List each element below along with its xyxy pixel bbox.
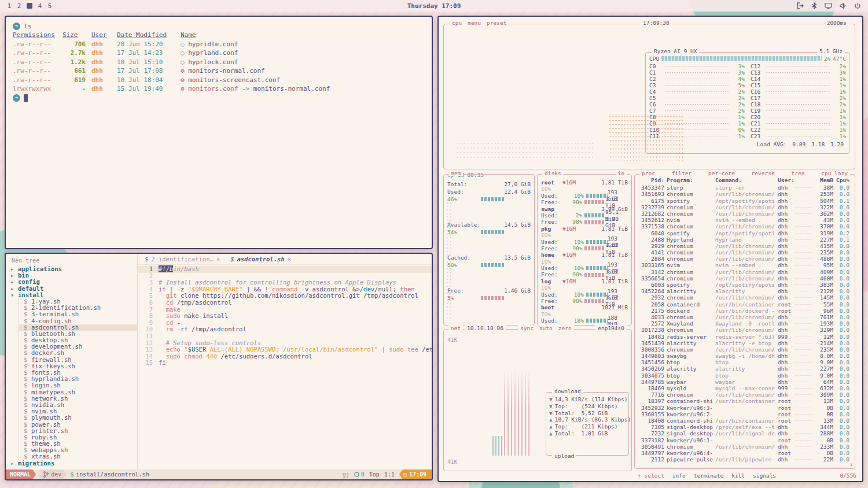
io-toggle[interactable]: io (616, 170, 627, 176)
process-row[interactable]: 3452612 nvim nvim --embed . dhh 43M 0.0 (635, 217, 855, 223)
tree-item[interactable]: $ login.sh (19, 382, 137, 389)
tree-item[interactable]: $ xtras.sh (19, 453, 137, 460)
toolbar-button[interactable]: preset (487, 20, 506, 26)
net-button[interactable]: zero (558, 325, 572, 331)
process-row[interactable]: 3452932 kworker/u96:3-co root 0B 0.0 (635, 405, 855, 411)
process-row[interactable]: 18397 containerd-shim /usr/bin/container… (635, 398, 855, 404)
process-row[interactable]: 3371538 chromium /usr/lib/chromium/ dhh … (635, 223, 855, 230)
tab-close-icon[interactable]: × (216, 256, 220, 263)
bluetooth-icon[interactable] (811, 2, 817, 9)
editor-buffer[interactable]: 1 #!/bin/bash 2 3 # Install asdcontrol (138, 265, 432, 469)
process-row[interactable]: 3449797 kworker/u96:4-co root 0B 0.0 (635, 450, 855, 456)
mem-panel-title[interactable]: mem (448, 170, 463, 176)
tree-item[interactable]: $ docker.sh (19, 350, 137, 356)
process-row[interactable]: 7232 signal-desktop /usr/lib/signal-de d… (635, 430, 855, 437)
nvim-window[interactable]: Neo-tree ▸ applications ▸ bin ▸ (5, 253, 433, 480)
toolbar-button[interactable]: cpu (452, 20, 462, 26)
proc-button[interactable]: tree (791, 170, 804, 176)
process-row[interactable]: 3050491 chromium /usr/lib/chromium/ dhh … (635, 443, 855, 450)
stat-label: Used: (541, 291, 571, 298)
process-row[interactable]: 3212682 chromium /usr/lib/chromium/ dhh … (635, 210, 855, 217)
process-row[interactable]: 2175 dockerd /usr/bin/dockerd - root 96M… (635, 308, 855, 314)
process-row[interactable]: 3373182 kworker/u96:1-co root 0B 0.0 (635, 437, 855, 443)
proc-button[interactable]: cpu lazy (821, 170, 848, 176)
net-panel-title[interactable]: net (448, 325, 463, 331)
editor-tab[interactable]: $ asdcontrol.sh × (226, 254, 296, 264)
proc-cpu: 0.0 (836, 411, 849, 417)
process-row[interactable]: 3008356 chromium /usr/lib/chromium/ dhh … (635, 346, 855, 353)
process-row[interactable]: 3356654 chromium /usr/lib/chromium/ dhh … (635, 275, 855, 282)
tree-item[interactable]: ▾ install (10, 292, 137, 298)
process-row[interactable]: 2572 Xwayland Xwayland :0 -rootl dhh 193… (635, 320, 855, 327)
signals-button[interactable]: signals (753, 472, 776, 479)
kill-button[interactable]: kill (731, 472, 745, 479)
process-row[interactable]: 2932 chromium /usr/lib/chromium/ dhh 145… (635, 294, 855, 301)
process-row[interactable]: 3033165 nvim nvim --embed . dhh 95M 0.0 (635, 262, 855, 268)
col-command[interactable]: Command: (715, 177, 775, 183)
net-button[interactable]: auto (539, 325, 553, 331)
process-row[interactable]: 3452264 alacritty alacritty dhh 212M 0.0 (635, 288, 855, 294)
process-row[interactable]: 7716 chromium /usr/lib/chromium/ dhh 309… (635, 391, 855, 398)
tree-item[interactable]: $ power.sh (19, 422, 137, 428)
col-pid[interactable]: Pid: (638, 177, 664, 183)
display-icon[interactable] (825, 2, 832, 9)
disks-panel-title[interactable]: disks (542, 170, 564, 176)
proc-button[interactable]: proc (642, 170, 655, 176)
power-icon[interactable] (854, 2, 861, 9)
logout-icon[interactable] (797, 2, 804, 9)
tab-close-icon[interactable]: × (288, 256, 291, 263)
col-user[interactable]: User: (778, 177, 793, 183)
tree-item[interactable]: ▸ config (10, 279, 137, 285)
proc-button[interactable]: per-core (708, 170, 735, 176)
terminate-button[interactable]: terminate (694, 472, 723, 479)
process-row[interactable]: 4033 chromium /usr/lib/chromium/ dhh 701… (635, 314, 855, 320)
proc-button[interactable]: reverse (752, 170, 775, 176)
proc-button[interactable]: filter (672, 170, 692, 176)
terminal-window[interactable]: ➜ ls Permissions Size User Date Modified… (5, 16, 433, 249)
process-row[interactable]: 2884 chromium /usr/lib/chromium/ dhh 488… (635, 256, 855, 262)
process-row[interactable]: 3142 chromium /usr/lib/chromium/ dhh 409… (635, 269, 855, 275)
col-mem[interactable]: MemB (815, 177, 833, 183)
process-row[interactable]: 3360155 kworker/u96:2-gf root 0B 0.0 (635, 411, 855, 417)
process-row[interactable]: 3451693 chromium /usr/lib/chromium/ dhh … (635, 191, 855, 197)
process-row[interactable]: 2112 pipewire-pulse /usr/lib/pipewire- d… (635, 456, 855, 463)
process-row[interactable]: 6003 spotify /opt/spotify/spoti dhh 383M… (635, 282, 855, 288)
process-row[interactable]: 3017238 chromium /usr/lib/chromium/ dhh … (635, 327, 855, 333)
tree-item[interactable]: ▸ migrations (10, 460, 137, 467)
process-row[interactable]: 3232739 chromium /usr/lib/chromium/ dhh … (635, 204, 855, 210)
col-program[interactable]: Program: (667, 177, 713, 183)
tree-item[interactable]: ▸ applications (10, 266, 137, 272)
net-interface[interactable]: enp194s0 (595, 325, 627, 331)
col-cpu[interactable]: Cpu% (836, 177, 849, 183)
info-button[interactable]: info (672, 472, 686, 479)
process-row[interactable]: 3034075 btop btop dhh 9.0M 0.0 (635, 372, 855, 379)
volume-icon[interactable] (840, 2, 847, 9)
process-row[interactable]: 7305 signal-desktop /proc/self/exe --t d… (635, 424, 855, 430)
select-button[interactable]: ↑ select (638, 472, 664, 479)
process-row[interactable]: 3450269 alacritty alacritty dhh 227M 0.0 (635, 365, 855, 372)
process-row[interactable]: 2929 chromium /usr/lib/chromium/ dhh 415… (635, 243, 855, 249)
refresh-interval[interactable]: 2000ms (825, 20, 849, 26)
process-row[interactable]: 4141 chromium /usr/lib/chromium/ dhh 235… (635, 249, 855, 256)
process-row[interactable]: 6040 spotify /opt/spotify/spoti dhh 319M… (635, 230, 855, 236)
process-row[interactable]: 3451439 alacritty alacritty -e btop dhh … (635, 340, 855, 346)
scroll-down-icon[interactable]: ↓ (849, 461, 853, 467)
process-row[interactable]: 6175 spotify /opt/spotify/spoti dhh 504M… (635, 198, 855, 204)
tree-item[interactable]: $ plymouth.sh (19, 415, 137, 421)
toolbar-button[interactable]: menu (468, 20, 481, 26)
process-row[interactable]: 3449785 waybar waybar dhh 64M 0.0 (635, 379, 855, 385)
core-label: C16 (751, 88, 763, 95)
process-row[interactable]: 18408 containerd-shim /usr/bin/container… (635, 417, 855, 424)
tree-item[interactable]: $ 3-terminal.sh (19, 311, 137, 317)
process-row[interactable]: 2058 containerd /usr/bin/container root … (635, 301, 855, 308)
process-row[interactable]: 2488 Hyprland Hyprland dhh 227M 0.1 (635, 236, 855, 243)
process-row[interactable]: 3451456 btop btop dhh 9.0M 0.0 (635, 359, 855, 365)
btop-window[interactable]: cpumenupreset 17:09:30 2000ms Ryzen AI 9… (437, 16, 863, 482)
process-row[interactable]: 3449803 swaybg swaybg -i /home/dh dhh 8.… (635, 353, 855, 359)
net-button[interactable]: sync (520, 325, 534, 331)
process-row[interactable]: 18469 mysqld mysqld --max-conne 999 632M… (635, 385, 855, 391)
process-row[interactable]: 3453347 slurp slurp -or dhh 38M 0.0 (635, 184, 855, 191)
editor-tab[interactable]: $ 2-identification… × (140, 254, 225, 264)
tree-item[interactable]: $ 4-config.sh (19, 318, 137, 324)
process-row[interactable]: 18483 redis-server redis-server *:637 99… (635, 334, 855, 340)
